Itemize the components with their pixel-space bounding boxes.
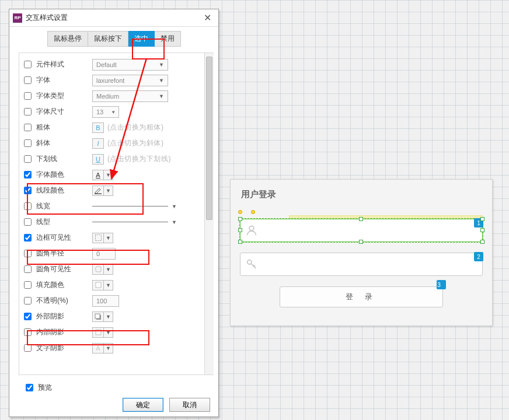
bold-icon[interactable]: B [92,123,104,133]
cb-font-size[interactable] [24,108,32,116]
login-button[interactable]: 登 录 3 [280,286,443,307]
cb-line-width[interactable] [24,202,32,210]
border-vis-picker[interactable]: ▼ [92,233,113,243]
password-input[interactable]: 2 [240,253,483,276]
font-size-stepper[interactable]: 13 ▾ [92,106,119,118]
line-width-preview[interactable] [92,206,168,206]
cb-outer-shadow[interactable] [24,313,32,320]
row-fill-color: 填充颜色 ▼ [23,277,202,293]
selection-handle[interactable] [480,217,484,221]
selection-handle[interactable] [238,217,242,221]
line-style-preview[interactable] [92,222,168,222]
cb-bold[interactable] [24,124,32,131]
tab-disabled[interactable]: 禁用 [155,31,181,47]
cancel-button[interactable]: 取消 [169,398,210,412]
vertical-scrollbar[interactable] [204,53,214,374]
selection-handle[interactable] [238,240,242,244]
cb-underline[interactable] [24,155,32,163]
widget-style-select[interactable]: Default ▼ [92,59,168,71]
cb-text-shadow[interactable] [24,344,32,352]
outer-shadow-icon [92,312,104,322]
cb-border-vis[interactable] [24,234,32,242]
tabbar: 鼠标悬停 鼠标按下 选中 禁用 [9,27,218,50]
ok-button[interactable]: 确定 [123,398,163,412]
chevron-down-icon[interactable]: ▼ [104,327,113,338]
row-text-shadow: 文字阴影 A ▼ [23,340,202,356]
corner-radius-input[interactable]: 0 [92,248,116,260]
underline-icon[interactable]: U [92,154,104,164]
row-outer-shadow: 外部阴影 ▼ [23,309,202,324]
chevron-down-icon[interactable]: ▼ [104,264,113,275]
text-shadow-A-icon: A [92,343,104,354]
connector-dot[interactable] [251,210,255,214]
chevron-down-icon[interactable]: ▼ [104,233,113,243]
svg-point-9 [249,226,254,230]
row-line-color: 线段颜色 ▼ [23,183,202,198]
scrollbar-thumb[interactable] [206,57,212,220]
opacity-input[interactable]: 100 [92,295,119,307]
tab-mousedown[interactable]: 鼠标按下 [88,31,128,47]
font-type-select[interactable]: Medium ▼ [92,90,168,102]
lbl-font: 字体 [36,75,92,85]
key-icon [245,258,258,271]
lbl-inner-shadow: 内部阴影 [36,327,92,337]
svg-rect-2 [96,267,101,272]
annotation-badge-2: 2 [474,252,483,261]
font-color-picker[interactable]: A ▼ [92,170,113,180]
cb-italic[interactable] [24,139,32,147]
connector-dot[interactable] [238,210,242,214]
inner-shadow-picker[interactable]: ▼ [92,327,113,338]
cb-line-color[interactable] [24,187,32,194]
lbl-text-shadow: 文字阴影 [36,343,92,353]
chevron-down-icon[interactable]: ▼ [104,343,113,354]
outer-shadow-picker[interactable]: ▼ [92,312,113,322]
tab-hover[interactable]: 鼠标悬停 [47,31,88,47]
properties-list: 元件样式 Default ▼ 字体 laxurefont ▼ 字体类型 Medi… [19,53,204,374]
font-type-value: Medium [96,93,119,100]
selection-handle[interactable] [238,228,242,232]
cb-inner-shadow[interactable] [24,328,32,336]
row-underline: 下划线 U (点击切换为下划线) [23,151,202,167]
row-font-color: 字体颜色 A ▼ [23,167,202,183]
lbl-font-type: 字体类型 [36,91,92,101]
chevron-down-icon: ▼ [159,93,164,99]
username-input[interactable]: 1 [240,219,483,242]
cb-font-type[interactable] [24,92,32,100]
cb-corner-vis[interactable] [24,265,32,273]
chevron-down-icon[interactable]: ▼ [104,186,113,196]
cb-opacity[interactable] [24,297,32,304]
row-bold: 粗体 B (点击切换为粗体) [23,120,202,135]
text-shadow-picker[interactable]: A ▼ [92,343,113,354]
cb-widget-style[interactable] [24,61,32,68]
italic-icon[interactable]: I [92,138,104,149]
close-icon[interactable]: ✕ [200,12,215,23]
fill-color-picker[interactable]: ▼ [92,280,113,290]
line-color-picker[interactable]: ▼ [92,186,113,196]
bold-hint: (点击切换为粗体) [107,123,164,132]
chevron-down-icon[interactable]: ▼ [172,204,177,209]
chevron-down-icon[interactable]: ▼ [172,219,177,225]
corner-vis-picker[interactable]: ▼ [92,264,113,275]
cb-font-color[interactable] [24,171,32,178]
font-select[interactable]: laxurefont ▼ [92,75,168,86]
selection-handle[interactable] [480,228,484,232]
chevron-down-icon: ▾ [112,109,115,115]
cb-font[interactable] [24,76,32,84]
tab-selected[interactable]: 选中 [128,31,155,47]
row-opacity: 不透明(%) 100 [23,293,202,309]
login-button-label: 登 录 [346,292,377,302]
app-icon: RP [13,13,22,23]
selection-handle[interactable] [480,240,484,244]
font-value: laxurefont [96,77,124,84]
selection-handle[interactable] [359,217,363,221]
cb-corner-radius[interactable] [24,250,32,257]
chevron-down-icon[interactable]: ▼ [104,312,113,322]
cb-preview[interactable] [26,384,33,391]
cb-fill-color[interactable] [24,281,32,289]
cb-line-style[interactable] [24,218,32,226]
chevron-down-icon[interactable]: ▼ [104,280,113,290]
lbl-italic: 斜体 [36,138,92,148]
selection-handle[interactable] [359,240,363,244]
chevron-down-icon[interactable]: ▼ [104,170,113,180]
lbl-font-color: 字体颜色 [36,170,92,180]
